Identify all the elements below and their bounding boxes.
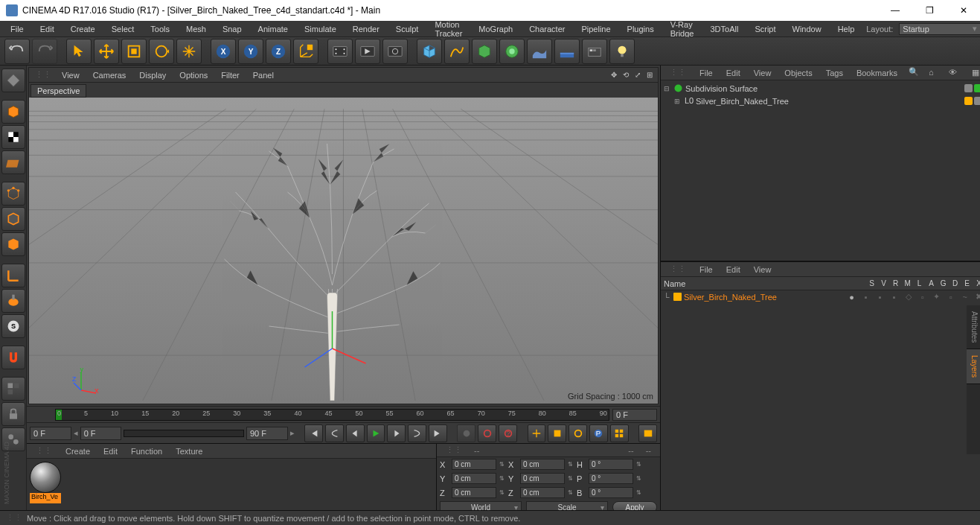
render-pv[interactable] xyxy=(355,39,380,64)
layer-m-icon[interactable]: ▪ xyxy=(888,293,900,302)
menu-motion-tracker[interactable]: Motion Tracker xyxy=(427,18,470,40)
frame-slider[interactable] xyxy=(124,430,244,437)
coord-field[interactable]: 0 cm xyxy=(520,459,565,470)
prev-key-button[interactable] xyxy=(325,424,344,442)
layer-x-icon[interactable]: ✖ xyxy=(973,292,980,302)
vp-menu-cameras[interactable]: Cameras xyxy=(87,69,132,81)
material-thumb[interactable]: Birch_Ve xyxy=(30,462,61,503)
undo-button[interactable] xyxy=(4,39,30,64)
coord-field[interactable]: 0 ° xyxy=(589,487,633,498)
menu-tools[interactable]: Tools xyxy=(143,22,177,36)
coord-field[interactable]: 0 cm xyxy=(520,473,565,484)
material-name[interactable]: Birch_Ve xyxy=(30,493,61,503)
tag-layer-icon[interactable] xyxy=(964,97,973,105)
end-frame-field[interactable]: 90 F xyxy=(246,427,288,440)
object-name[interactable]: Silver_Birch_Naked_Tree xyxy=(696,97,962,106)
vp-nav-4-icon[interactable]: ⊞ xyxy=(644,70,655,80)
coord-system[interactable] xyxy=(293,39,318,64)
grip-icon[interactable]: ⋮⋮ xyxy=(664,66,692,79)
coord-field[interactable]: 0 cm xyxy=(520,487,565,498)
workplane-mode[interactable] xyxy=(1,150,25,174)
add-light[interactable] xyxy=(582,39,607,64)
vp-menu-view[interactable]: View xyxy=(56,69,86,81)
tab-attributes[interactable]: Attributes xyxy=(967,305,980,349)
viewport[interactable]: y x z Grid Spacing : 1000 cm xyxy=(29,98,658,404)
model-mode[interactable] xyxy=(1,100,25,124)
menu-script[interactable]: Script xyxy=(747,22,783,36)
layer-l-icon[interactable]: ◇ xyxy=(903,292,915,302)
coord-field[interactable]: 0 cm xyxy=(452,473,496,484)
vp-nav-1-icon[interactable]: ✥ xyxy=(609,70,619,80)
next-frame-button[interactable] xyxy=(387,424,406,442)
layer-v-icon[interactable]: ▪ xyxy=(860,293,872,302)
magnet-tool[interactable] xyxy=(1,346,25,369)
vp-menu-display[interactable]: Display xyxy=(133,69,172,81)
render-view[interactable] xyxy=(327,39,353,64)
layer-d-icon[interactable]: ▫ xyxy=(945,293,957,302)
expand-icon[interactable]: ⊞ xyxy=(674,98,682,105)
next-key-button[interactable] xyxy=(408,424,426,442)
goto-start-button[interactable] xyxy=(304,424,323,442)
layer-color-icon[interactable] xyxy=(673,293,682,301)
scale-tool[interactable] xyxy=(121,39,147,64)
keyframe-sel-button[interactable]: ? xyxy=(499,424,517,442)
om-grid-icon[interactable]: ▦ xyxy=(966,66,980,79)
menu-create[interactable]: Create xyxy=(63,22,103,36)
record-button[interactable] xyxy=(457,424,475,442)
lay-menu-edit[interactable]: Edit xyxy=(720,264,746,276)
vp-nav-3-icon[interactable]: ⤢ xyxy=(632,70,643,80)
lay-menu-file[interactable]: File xyxy=(694,264,719,276)
z-axis-lock[interactable]: Z xyxy=(266,39,291,64)
menu-file[interactable]: File xyxy=(3,22,31,36)
coord-field[interactable]: 0 ° xyxy=(589,459,633,470)
menu-edit[interactable]: Edit xyxy=(33,22,62,36)
make-editable[interactable] xyxy=(1,69,25,92)
grip-icon[interactable]: ⋮⋮ xyxy=(30,445,58,457)
select-tool[interactable] xyxy=(66,39,92,64)
vp-nav-2-icon[interactable]: ⟲ xyxy=(621,70,631,80)
mat-menu-create[interactable]: Create xyxy=(60,445,96,457)
add-spline[interactable] xyxy=(444,39,470,64)
y-axis-lock[interactable]: Y xyxy=(238,39,263,64)
viewport-solo[interactable] xyxy=(1,377,25,401)
autokey-button[interactable] xyxy=(478,424,496,442)
start-frame-field[interactable]: 0 F xyxy=(30,427,71,440)
edges-mode[interactable] xyxy=(1,207,25,231)
x-axis-lock[interactable]: X xyxy=(211,39,236,64)
layout-select[interactable]: Startup xyxy=(899,23,980,35)
menu-sculpt[interactable]: Sculpt xyxy=(388,22,426,36)
om-menu-view[interactable]: View xyxy=(748,67,778,79)
om-menu-file[interactable]: File xyxy=(694,67,719,79)
add-camera[interactable] xyxy=(554,39,580,64)
lock-icon[interactable] xyxy=(1,402,25,426)
key-param-button[interactable]: P xyxy=(589,424,608,442)
object-row[interactable]: ⊟Subdivision Surface xyxy=(662,82,980,95)
add-primitive[interactable] xyxy=(417,39,442,64)
menu-mograph[interactable]: MoGraph xyxy=(471,22,520,36)
layer-s-icon[interactable]: ● xyxy=(846,293,858,302)
layer-list[interactable]: └ Silver_Birch_Naked_Tree ● ▪ ▪ ▪ ◇ ▫ ✦ … xyxy=(661,290,980,510)
layer-a-icon[interactable]: ▫ xyxy=(917,293,929,302)
add-environment[interactable] xyxy=(527,39,552,64)
om-menu-tags[interactable]: Tags xyxy=(820,67,849,79)
menu-mesh[interactable]: Mesh xyxy=(179,22,214,36)
grip-icon[interactable]: ⋮⋮ xyxy=(664,263,692,276)
menu-simulate[interactable]: Simulate xyxy=(297,22,344,36)
menu-animate[interactable]: Animate xyxy=(251,22,295,36)
om-search-icon[interactable]: 🔍 xyxy=(908,66,920,77)
object-name[interactable]: Subdivision Surface xyxy=(685,84,962,93)
render-settings[interactable] xyxy=(382,39,408,64)
om-menu-edit[interactable]: Edit xyxy=(720,67,746,79)
add-generator[interactable] xyxy=(472,39,497,64)
mat-menu-texture[interactable]: Texture xyxy=(170,445,208,457)
add-bulb[interactable] xyxy=(609,39,635,64)
menu-pipeline[interactable]: Pipeline xyxy=(574,22,618,36)
tag-vis-icon[interactable] xyxy=(964,84,973,92)
menu-plugins[interactable]: Plugins xyxy=(620,22,662,36)
close-button[interactable]: ✕ xyxy=(953,2,974,19)
key-scale-button[interactable] xyxy=(548,424,566,442)
object-tree[interactable]: ⊟Subdivision Surface⊞L0Silver_Birch_Nake… xyxy=(661,80,980,261)
goto-end-button[interactable] xyxy=(429,424,447,442)
move-tool[interactable] xyxy=(94,39,119,64)
polygons-mode[interactable] xyxy=(1,232,25,256)
